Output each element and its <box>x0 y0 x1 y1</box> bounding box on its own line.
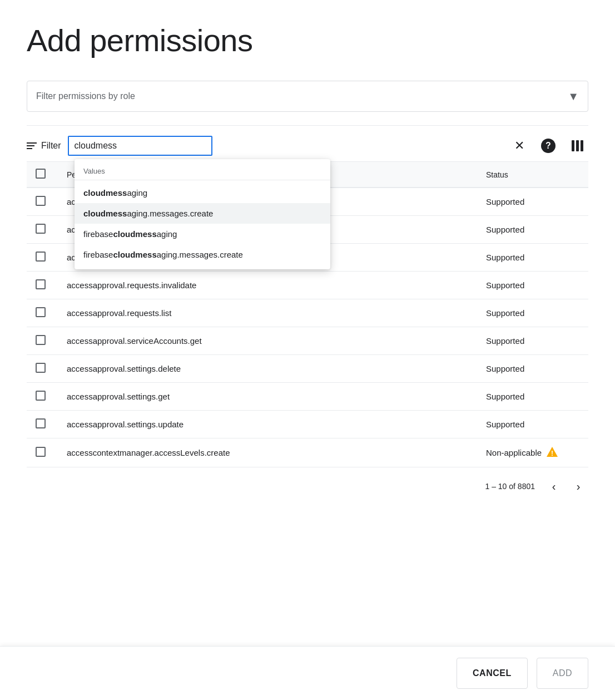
autocomplete-item[interactable]: cloudmessaging.messages.create <box>75 203 330 224</box>
autocomplete-match-bold: cloudmess <box>83 209 127 218</box>
select-all-checkbox[interactable] <box>36 169 46 179</box>
permission-cell: accessapproval.requests.invalidate <box>58 272 477 299</box>
autocomplete-match-rest: aging.messages.create <box>127 209 213 218</box>
page-title: Add permissions <box>27 22 588 58</box>
status-cell: Supported <box>477 188 588 216</box>
clear-filter-button[interactable]: ✕ <box>508 135 530 157</box>
add-button[interactable]: ADD <box>537 658 588 689</box>
autocomplete-header: Values <box>75 164 330 180</box>
row-checkbox[interactable] <box>36 335 46 345</box>
status-cell: Supported <box>477 411 588 438</box>
cancel-button[interactable]: CANCEL <box>457 658 528 689</box>
table-row: accessapproval.serviceAccounts.getSuppor… <box>27 327 588 355</box>
filter-lines-icon <box>27 142 37 149</box>
warning-icon: ! <box>546 446 558 459</box>
autocomplete-match-rest: aging <box>127 188 147 198</box>
permission-cell: accessapproval.settings.update <box>58 411 477 438</box>
autocomplete-dropdown: Values cloudmessaging cloudmessaging.mes… <box>75 159 330 269</box>
help-button[interactable]: ? <box>537 135 559 157</box>
row-checkbox-cell[interactable] <box>27 411 58 438</box>
autocomplete-item[interactable]: firebasecloudmessaging.messages.create <box>75 244 330 265</box>
autocomplete-item[interactable]: cloudmessaging <box>75 183 330 203</box>
autocomplete-pre: firebase <box>83 250 113 259</box>
row-checkbox-cell[interactable] <box>27 355 58 383</box>
status-cell: Supported <box>477 327 588 355</box>
autocomplete-match-bold: cloudmess <box>113 250 156 259</box>
permission-cell: accessapproval.settings.delete <box>58 355 477 383</box>
status-cell: Supported <box>477 216 588 244</box>
autocomplete-match-bold: cloudmess <box>83 188 127 198</box>
table-row: accessapproval.settings.deleteSupported <box>27 355 588 383</box>
autocomplete-item[interactable]: firebasecloudmessaging <box>75 224 330 244</box>
columns-button[interactable] <box>566 135 588 157</box>
row-checkbox-cell[interactable] <box>27 216 58 244</box>
row-checkbox[interactable] <box>36 447 46 457</box>
pagination-row: 1 – 10 of 8801 ‹ › <box>27 467 588 505</box>
columns-icon <box>572 140 583 151</box>
autocomplete-pre: firebase <box>83 229 113 239</box>
pagination-next-button[interactable]: › <box>568 476 588 496</box>
autocomplete-match-rest: aging.messages.create <box>157 250 243 259</box>
row-checkbox[interactable] <box>36 418 46 428</box>
row-checkbox[interactable] <box>36 363 46 373</box>
row-checkbox-cell[interactable] <box>27 272 58 299</box>
row-checkbox[interactable] <box>36 279 46 289</box>
filter-icon-label: Filter <box>27 141 61 151</box>
permission-cell: accessapproval.settings.get <box>58 383 477 411</box>
table-row: accessapproval.settings.updateSupported <box>27 411 588 438</box>
autocomplete-match-rest: aging <box>157 229 177 239</box>
status-text: Non-applicable <box>486 448 542 457</box>
status-cell: Supported <box>477 244 588 272</box>
row-checkbox[interactable] <box>36 307 46 317</box>
table-row: accessapproval.requests.invalidateSuppor… <box>27 272 588 299</box>
row-checkbox-cell[interactable] <box>27 244 58 272</box>
filter-toolbar: Filter ✕ ? Values cloudmessaging cloudme… <box>27 135 588 157</box>
help-icon: ? <box>541 139 556 153</box>
row-checkbox[interactable] <box>36 252 46 262</box>
status-cell: Supported <box>477 355 588 383</box>
divider <box>27 125 588 126</box>
status-cell: Non-applicable! <box>477 438 588 467</box>
table-row: accessapproval.requests.listSupported <box>27 299 588 327</box>
row-checkbox[interactable] <box>36 196 46 206</box>
status-cell: Supported <box>477 383 588 411</box>
filter-role-placeholder: Filter permissions by role <box>36 91 135 101</box>
permission-cell: accesscontextmanager.accessLevels.create <box>58 438 477 467</box>
filter-label: Filter <box>41 141 61 151</box>
permission-cell: accessapproval.serviceAccounts.get <box>58 327 477 355</box>
close-icon: ✕ <box>514 139 524 153</box>
filter-role-dropdown[interactable]: Filter permissions by role ▼ <box>27 81 588 112</box>
pagination-prev-button[interactable]: ‹ <box>544 476 564 496</box>
status-cell: Supported <box>477 299 588 327</box>
row-checkbox-cell[interactable] <box>27 383 58 411</box>
row-checkbox-cell[interactable] <box>27 327 58 355</box>
row-checkbox[interactable] <box>36 224 46 234</box>
chevron-down-icon: ▼ <box>568 90 579 103</box>
table-row: accessapproval.settings.getSupported <box>27 383 588 411</box>
bottom-action-bar: CANCEL ADD <box>0 646 615 700</box>
row-checkbox[interactable] <box>36 391 46 401</box>
pagination-text: 1 – 10 of 8801 <box>485 482 535 491</box>
table-row: accesscontextmanager.accessLevels.create… <box>27 438 588 467</box>
status-header: Status <box>477 162 588 188</box>
svg-text:!: ! <box>551 450 553 457</box>
select-all-header[interactable] <box>27 162 58 188</box>
filter-input[interactable] <box>68 136 212 156</box>
status-cell: Supported <box>477 272 588 299</box>
permission-cell: accessapproval.requests.list <box>58 299 477 327</box>
row-checkbox-cell[interactable] <box>27 438 58 467</box>
row-checkbox-cell[interactable] <box>27 188 58 216</box>
row-checkbox-cell[interactable] <box>27 299 58 327</box>
autocomplete-match-bold: cloudmess <box>113 229 156 239</box>
